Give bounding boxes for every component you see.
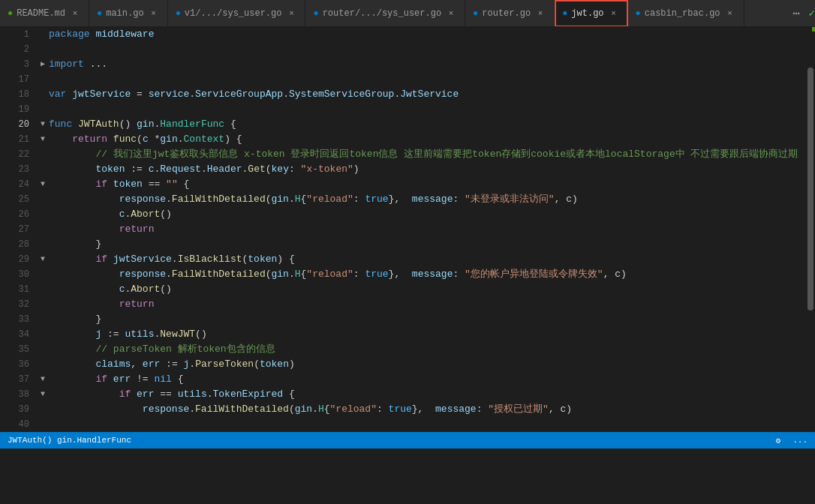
tab-routergo[interactable]: ● router.go × <box>465 0 555 27</box>
line-27: 27 return <box>0 222 804 237</box>
sysuser-icon: ● <box>176 8 181 19</box>
tab-label-sysuser: v1/.../sys_user.go <box>185 8 282 19</box>
line-24: 24 ▼ if token == "" { <box>0 177 804 192</box>
tab-overflow-button[interactable]: ⋯ <box>786 6 806 21</box>
tab-close-routergo[interactable]: × <box>534 8 546 20</box>
routersysuser-icon: ● <box>313 8 318 19</box>
status-bar-right: ⚙ ... <box>776 436 807 446</box>
tab-close-casbin[interactable]: × <box>724 8 736 20</box>
line-18: 18 var jwtService = service.ServiceGroup… <box>0 87 804 102</box>
tab-close-maingo[interactable]: × <box>148 8 160 20</box>
tab-label-routersysuser: router/.../sys_user.go <box>323 8 441 19</box>
tab-label-casbin: casbin_rbac.go <box>645 8 720 19</box>
line-33: 33 } <box>0 312 804 327</box>
tab-jwtgo[interactable]: ● jwt.go × <box>555 0 627 27</box>
line-1: 1 package middleware <box>0 27 804 42</box>
line-17: 17 <box>0 72 804 87</box>
line-21: 21 ▼ return func(c *gin.Context) { <box>0 132 804 147</box>
line-34: 34 j := utils.NewJWT() <box>0 327 804 342</box>
line-3: 3 ▶ import ... <box>0 57 804 72</box>
scrollbar-error-indicator <box>812 27 815 32</box>
line-38: 38 ▼ if err == utils.TokenExpired { <box>0 387 804 402</box>
tab-readme[interactable]: ● README.md × <box>0 0 89 27</box>
settings-icon[interactable]: ⚙ <box>776 436 781 446</box>
line-36: 36 claims, err := j.ParseToken(token) <box>0 357 804 372</box>
status-breadcrumb: JWTAuth() gin.HandlerFunc <box>8 436 131 445</box>
line-30: 30 response.FailWithDetailed(gin.H{"relo… <box>0 267 804 282</box>
line-2: 2 <box>0 42 804 57</box>
tab-routersysuser[interactable]: ● router/.../sys_user.go × <box>305 0 465 27</box>
line-23: 23 token := c.Request.Header.Get(key: "x… <box>0 162 804 177</box>
tab-label-jwtgo: jwt.go <box>571 8 603 19</box>
line-39: 39 response.FailWithDetailed(gin.H{"relo… <box>0 402 804 417</box>
code-editor[interactable]: 1 package middleware 2 3 ▶ import ... 17 <box>0 27 804 432</box>
tab-sysuser[interactable]: ● v1/.../sys_user.go × <box>168 0 306 27</box>
status-bar: JWTAuth() gin.HandlerFunc ⚙ ... <box>0 432 815 448</box>
tab-bar: ● README.md × ● main.go × ● v1/.../sys_u… <box>0 0 815 27</box>
line-37: 37 ▼ if err != nil { <box>0 372 804 387</box>
check-mark: ✓ <box>809 7 815 20</box>
editor-body: 1 package middleware 2 3 ▶ import ... 17 <box>0 27 815 432</box>
maingo-icon: ● <box>97 8 102 19</box>
line-40: 40 <box>0 417 804 432</box>
line-31: 31 c.Abort() <box>0 282 804 297</box>
tab-close-jwtgo[interactable]: × <box>608 8 620 20</box>
line-35: 35 // parseToken 解析token包含的信息 <box>0 342 804 357</box>
tab-label-routergo: router.go <box>482 8 531 19</box>
readme-icon: ● <box>8 8 13 19</box>
line-28: 28 } <box>0 237 804 252</box>
tab-close-readme[interactable]: × <box>69 8 81 20</box>
line-29: 29 ▼ if jwtService.IsBlacklist(token) { <box>0 252 804 267</box>
line-22: 22 // 我们这里jwt鉴权取头部信息 x-token 登录时回返回token… <box>0 147 804 162</box>
tab-close-sysuser[interactable]: × <box>285 8 297 20</box>
vertical-scrollbar[interactable] <box>804 27 815 432</box>
tab-close-routersysuser[interactable]: × <box>445 8 457 20</box>
editor-root: ● README.md × ● main.go × ● v1/.../sys_u… <box>0 0 815 448</box>
jwtgo-icon: ● <box>562 8 567 19</box>
tab-label-readme: README.md <box>17 8 65 19</box>
line-32: 32 return <box>0 297 804 312</box>
tab-label-maingo: main.go <box>106 8 143 19</box>
line-20: 20 ▼ func JWTAuth() gin.HandlerFunc { <box>0 117 804 132</box>
line-25: 25 response.FailWithDetailed(gin.H{"relo… <box>0 192 804 207</box>
tab-casbin[interactable]: ● casbin_rbac.go × <box>628 0 744 27</box>
more-options[interactable]: ... <box>792 436 807 446</box>
routergo-icon: ● <box>473 8 478 19</box>
tab-maingo[interactable]: ● main.go × <box>89 0 168 27</box>
line-19: 19 <box>0 102 804 117</box>
casbin-icon: ● <box>636 8 641 19</box>
scrollbar-thumb[interactable] <box>807 68 813 310</box>
line-26: 26 c.Abort() <box>0 207 804 222</box>
